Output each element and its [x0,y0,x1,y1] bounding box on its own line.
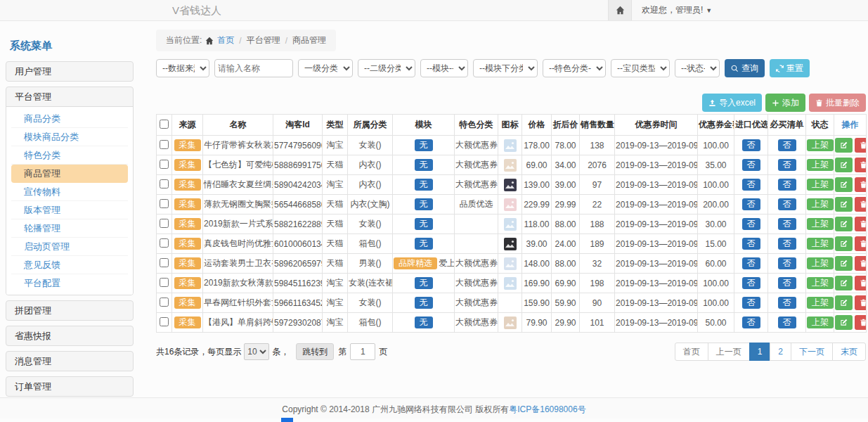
source-badge[interactable]: 采集 [174,316,201,328]
edit-button[interactable] [835,138,853,153]
status-badge[interactable]: 上架 [807,198,834,210]
import-optional-toggle[interactable]: 否 [742,257,760,269]
source-badge[interactable]: 采集 [174,277,201,289]
import-optional-toggle[interactable]: 否 [742,179,760,191]
filter-select[interactable]: --数据来源-- [156,59,209,77]
sidebar-subitem[interactable]: 模块商品分类 [11,128,128,146]
sidebar-panel-heading[interactable]: 拼团管理 [6,301,133,320]
delete-button[interactable] [855,315,867,330]
select-all-checkbox[interactable] [160,120,169,129]
import-excel-button[interactable]: 导入excel [702,94,762,112]
edit-button[interactable] [835,217,853,231]
edit-button[interactable] [835,177,853,192]
filter-select[interactable]: --特色分类-- [543,59,606,77]
add-button[interactable]: 添加 [765,94,805,112]
sidebar-panel-heading[interactable]: 平台管理 [6,87,133,106]
row-checkbox[interactable] [160,278,169,287]
must-buy-toggle[interactable]: 否 [778,277,796,289]
must-buy-toggle[interactable]: 否 [778,297,796,309]
sidebar-subitem[interactable]: 特色分类 [11,146,128,165]
must-buy-toggle[interactable]: 否 [778,159,796,171]
must-buy-toggle[interactable]: 否 [778,198,796,210]
delete-button[interactable] [855,197,867,212]
module-badge[interactable]: 无 [415,238,433,250]
search-button[interactable]: 查询 [725,59,765,77]
sidebar-panel-heading[interactable]: 消息管理 [6,352,133,371]
row-checkbox[interactable] [160,317,169,326]
source-badge[interactable]: 采集 [174,159,201,171]
must-buy-toggle[interactable]: 否 [778,238,796,250]
import-optional-toggle[interactable]: 否 [742,238,760,250]
module-badge[interactable]: 无 [415,159,433,171]
sidebar-panel-heading[interactable]: 订单管理 [6,377,133,396]
source-badge[interactable]: 采集 [174,238,201,250]
source-badge[interactable]: 采集 [174,297,201,309]
sidebar-subitem[interactable]: 轮播管理 [11,219,128,238]
user-menu[interactable]: 欢迎您，管理员!▼ [632,0,722,20]
import-optional-toggle[interactable]: 否 [742,198,760,210]
row-checkbox[interactable] [160,199,169,208]
page-button[interactable]: 下一页 [791,343,833,361]
status-badge[interactable]: 上架 [807,297,834,309]
sidebar-subitem[interactable]: 商品管理 [11,165,128,183]
sidebar-subitem[interactable]: 平台配置 [11,274,128,292]
module-badge[interactable]: 无 [415,316,433,328]
delete-button[interactable] [855,217,867,231]
jump-page-input[interactable] [350,343,375,360]
source-badge[interactable]: 采集 [174,139,201,151]
page-button[interactable]: 末页 [832,343,866,361]
page-button[interactable]: 首页 [675,343,708,361]
row-checkbox[interactable] [160,238,169,248]
edit-button[interactable] [835,158,853,172]
sidebar-subitem[interactable]: 启动页管理 [11,238,128,256]
filter-select[interactable]: --模块下分类-- [473,59,538,77]
sidebar-subitem[interactable]: 商品分类 [11,110,128,128]
delete-button[interactable] [855,158,867,172]
module-badge[interactable]: 无 [415,139,433,151]
row-checkbox[interactable] [160,258,169,267]
must-buy-toggle[interactable]: 否 [778,257,796,269]
per-page-select[interactable]: 10 [244,343,269,360]
source-badge[interactable]: 采集 [174,257,201,269]
import-optional-toggle[interactable]: 否 [742,297,760,309]
row-checkbox[interactable] [160,140,169,149]
module-badge[interactable]: 无 [415,198,433,210]
filter-select[interactable]: 一级分类 [298,59,353,77]
sidebar-subitem[interactable]: 宣传物料 [11,183,128,201]
page-button[interactable]: 1 [749,343,771,361]
status-badge[interactable]: 上架 [807,139,834,151]
row-checkbox[interactable] [160,160,169,169]
status-badge[interactable]: 上架 [807,179,834,191]
status-badge[interactable]: 上架 [807,316,834,328]
home-button[interactable] [608,0,632,20]
filter-select[interactable]: --二级分类-- [358,59,415,77]
row-checkbox[interactable] [160,219,169,228]
page-button[interactable]: 上一页 [708,343,750,361]
status-badge[interactable]: 上架 [807,257,834,269]
sidebar-subitem[interactable]: 版本管理 [11,201,128,219]
source-badge[interactable]: 采集 [174,198,201,210]
filter-select[interactable]: --宝贝类型-- [611,59,670,77]
status-badge[interactable]: 上架 [807,238,834,250]
filter-select[interactable]: --模块-- [420,59,468,77]
reset-button[interactable]: 重置 [770,59,810,77]
jump-button[interactable]: 跳转到 [296,343,334,360]
delete-button[interactable] [855,236,867,251]
status-badge[interactable]: 上架 [807,277,834,289]
batch-delete-button[interactable]: 批量删除 [809,94,866,112]
source-badge[interactable]: 采集 [174,218,201,230]
edit-button[interactable] [835,276,853,290]
source-badge[interactable]: 采集 [174,179,201,191]
edit-button[interactable] [835,197,853,212]
module-badge[interactable]: 品牌精选 [394,257,437,269]
delete-button[interactable] [855,138,867,153]
must-buy-toggle[interactable]: 否 [778,179,796,191]
must-buy-toggle[interactable]: 否 [778,139,796,151]
status-badge[interactable]: 上架 [807,218,834,230]
sidebar-panel-heading[interactable]: 省惠快报 [6,326,133,345]
row-checkbox[interactable] [160,179,169,188]
must-buy-toggle[interactable]: 否 [778,316,796,328]
edit-button[interactable] [835,236,853,251]
filter-select[interactable]: --状态-- [675,59,720,77]
must-buy-toggle[interactable]: 否 [778,218,796,230]
